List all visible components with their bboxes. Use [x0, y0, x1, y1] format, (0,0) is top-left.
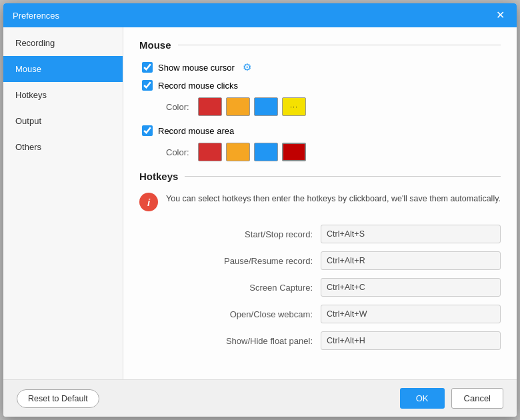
- sidebar-item-others[interactable]: Others: [3, 134, 123, 160]
- show-cursor-checkbox[interactable]: [142, 62, 153, 73]
- hotkey-row-start-stop: Start/Stop record:: [139, 225, 501, 243]
- hotkey-input-screen-capture[interactable]: [321, 278, 501, 297]
- title-bar: Preferences ✕: [3, 3, 517, 27]
- cancel-button[interactable]: Cancel: [451, 388, 503, 409]
- footer: Reset to Default OK Cancel: [3, 379, 517, 417]
- info-icon: i: [139, 193, 158, 211]
- gear-icon[interactable]: ⚙: [243, 61, 251, 73]
- record-area-checkbox[interactable]: [142, 125, 153, 136]
- ok-button[interactable]: OK: [400, 388, 445, 409]
- hotkey-row-webcam: Open/Close webcam:: [139, 305, 501, 323]
- color-swatch-orange-2[interactable]: [226, 143, 250, 161]
- dialog-title: Preferences: [13, 11, 59, 21]
- hotkey-row-pause-resume: Pause/Resume record:: [139, 251, 501, 270]
- hotkey-row-float-panel: Show/Hide float panel:: [139, 331, 501, 350]
- sidebar-item-hotkeys[interactable]: Hotkeys: [3, 82, 123, 108]
- hotkey-input-webcam[interactable]: [321, 305, 501, 323]
- record-area-row: Record mouse area: [142, 125, 501, 136]
- main-content: Mouse Show mouse cursor ⚙ Record mouse c…: [123, 27, 517, 379]
- hotkey-input-start-stop[interactable]: [321, 225, 501, 243]
- reset-button[interactable]: Reset to Default: [17, 389, 99, 408]
- hotkey-row-screen-capture: Screen Capture:: [139, 278, 501, 297]
- hotkeys-section: Hotkeys i You can select hotkeys then en…: [139, 171, 501, 350]
- close-button[interactable]: ✕: [493, 9, 507, 22]
- record-clicks-row: Record mouse clicks: [142, 80, 501, 91]
- color-swatch-red-2[interactable]: [198, 143, 222, 161]
- preferences-dialog: Preferences ✕ Recording Mouse Hotkeys Ou…: [3, 3, 517, 417]
- hotkey-input-pause-resume[interactable]: [321, 251, 501, 270]
- area-color-row: Color:: [166, 143, 501, 161]
- mouse-section-header: Mouse: [139, 39, 501, 51]
- color-swatch-orange-1[interactable]: [226, 97, 250, 116]
- hotkeys-section-header: Hotkeys: [139, 171, 501, 182]
- color-swatch-more-2[interactable]: [282, 143, 306, 161]
- footer-right: OK Cancel: [400, 388, 503, 409]
- sidebar-item-recording[interactable]: Recording: [3, 30, 123, 56]
- content-area: Recording Mouse Hotkeys Output Others Mo…: [3, 27, 517, 379]
- record-clicks-checkbox[interactable]: [142, 80, 153, 91]
- hotkey-input-float-panel[interactable]: [321, 331, 501, 350]
- sidebar-item-mouse[interactable]: Mouse: [3, 56, 123, 82]
- color-swatch-more-1[interactable]: ···: [282, 97, 306, 116]
- clicks-color-row: Color: ···: [166, 97, 501, 116]
- sidebar: Recording Mouse Hotkeys Output Others: [3, 27, 123, 379]
- show-cursor-row: Show mouse cursor ⚙: [142, 61, 501, 73]
- color-swatch-red-1[interactable]: [198, 97, 222, 116]
- color-swatch-blue-2[interactable]: [254, 143, 278, 161]
- info-box: i You can select hotkeys then enter the …: [139, 193, 501, 211]
- color-swatch-blue-1[interactable]: [254, 97, 278, 116]
- sidebar-item-output[interactable]: Output: [3, 108, 123, 134]
